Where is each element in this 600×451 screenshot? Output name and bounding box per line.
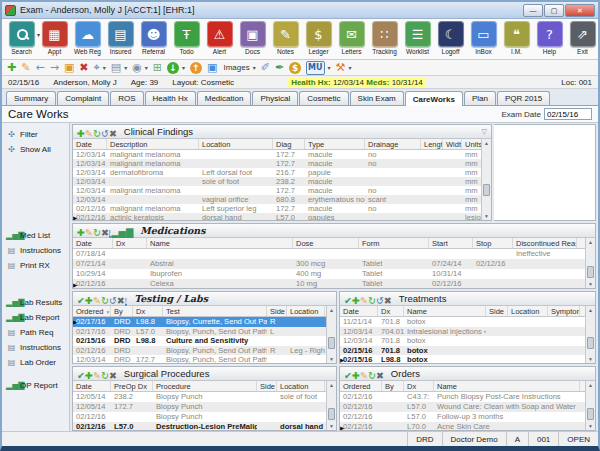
scroll-down-icon[interactable]: ▼ [482,212,491,220]
pen-icon[interactable]: ✒ [275,62,284,74]
screen-add-icon[interactable]: ⊞ [153,62,162,74]
add-icon[interactable]: ✚ [77,227,85,238]
table-row[interactable]: 02/12/16malignant melanomaLeft superior … [73,204,481,213]
table-row[interactable]: 02/15/16701.8botox [340,346,585,356]
tab-medication[interactable]: Medication [197,91,252,105]
sidebar-item-lab-order[interactable]: ▤Lab Order [6,355,69,370]
info-icon[interactable]: i [125,298,127,306]
table-row[interactable]: 12/03/14sole of foot238.2maculemm [73,177,481,186]
dropdown-caret-icon[interactable]: ▾ [182,64,185,71]
tab-ros[interactable]: ROS [110,91,143,105]
charges-dollar-icon[interactable]: $ [289,62,301,74]
column-header[interactable]: Length [421,139,443,149]
minimize-icon[interactable]: — [523,4,543,17]
dropdown-caret-icon[interactable]: ▾ [145,64,148,71]
column-header[interactable]: Form [359,238,429,248]
column-header[interactable]: Width [443,139,462,149]
sidebar-item-lab-results[interactable]: ▂▅▇Lab Results [6,295,69,310]
column-header[interactable]: Dose [293,238,359,248]
download-circle-icon[interactable]: ↓ [167,62,179,74]
table-row[interactable]: 12/03/14malignant melanoma172.7maculenom… [73,159,481,168]
dropdown-caret-icon[interactable]: ▾ [328,64,331,71]
dropdown-caret-icon[interactable]: ▾ [103,64,106,71]
column-header[interactable]: Location [277,381,325,391]
column-header[interactable]: Date [73,381,111,391]
table-row[interactable]: 02/12/16L57.0Follow-up 3 months [340,412,585,422]
print-icon[interactable]: ▤ [111,62,121,74]
scroll-down-icon[interactable]: ▼ [327,422,336,430]
scrollbar[interactable]: ▲▼ [326,381,336,430]
column-header[interactable]: Dx [133,306,163,316]
add-icon[interactable]: ✚ [85,295,93,306]
table-row[interactable]: 02/15/16L98.8botox [340,355,585,363]
table-row[interactable]: 02/12/16L57.0Destruction-Lesion PreMalig… [73,422,326,430]
column-header[interactable]: By [111,306,133,316]
table-row[interactable]: 11/21/14701.8botox [340,317,585,327]
exam-date-input[interactable] [544,108,592,120]
table-row[interactable]: 12/05/14238.2Biopsy Punchsole of foot [73,392,326,402]
search-button[interactable] [9,21,35,47]
column-header[interactable]: Start [429,238,473,248]
column-header[interactable]: Ordered▼ [73,306,111,316]
inbox-button[interactable]: ▭ [471,21,497,47]
edit-pencil-icon[interactable]: ✎ [21,62,30,74]
table-row[interactable]: 07/18/14Ineffective [73,249,585,259]
scroll-up-icon[interactable]: ▲ [327,306,336,314]
column-header[interactable]: Side [257,381,277,391]
refresh-green-icon[interactable]: ↻ [101,295,109,306]
column-header[interactable]: Procedure [153,381,257,391]
todo-button[interactable]: Ŧ [174,21,200,47]
column-header[interactable]: Date [73,238,113,248]
scroll-down-icon[interactable]: ▼ [586,355,595,363]
scroll-down-icon[interactable]: ▼ [586,280,595,288]
bar-chart-icon[interactable]: ▂▅▇ [111,227,133,238]
post-check-icon[interactable]: ✔ [77,295,85,306]
table-row[interactable]: 02/15/16DRDL98.8Culture and Sensitivity [73,336,326,346]
sidebar-item-instructions[interactable]: ▤Instructions [6,243,69,258]
post-check-icon[interactable]: ✔ [344,295,352,306]
column-header[interactable]: Location [199,139,273,149]
ledger-button[interactable]: $ [306,21,332,47]
delete-icon[interactable]: ✖ [109,128,117,139]
table-row[interactable]: 02/17/16DRDL57.0Biopsy, Punch, Send Out … [73,327,326,337]
column-header[interactable]: Test [163,306,267,316]
sidebar-item-lab-report[interactable]: ▂▅▇Lab Report [6,310,69,325]
scroll-up-icon[interactable]: ▲ [327,381,336,389]
search-lens-icon[interactable]: ⌖ [94,62,100,74]
table-row[interactable]: 07/21/14Abstral300 mcgTablet07/24/1402/1… [73,259,585,269]
tab-summary[interactable]: Summary [6,91,56,105]
tracking-button[interactable]: ∷ [372,21,398,47]
dropdown-caret-icon[interactable]: ▾ [124,64,127,71]
table-row[interactable]: 12/03/14malignant melanoma172.7maculenom… [73,186,481,195]
column-header[interactable]: Drainage [365,139,421,149]
column-header[interactable]: Diag [273,139,305,149]
scrollbar[interactable]: ▲▼ [585,306,595,363]
scroll-up-icon[interactable]: ▲ [586,306,595,314]
delete-icon[interactable]: ✖ [376,370,384,381]
scroll-down-icon[interactable]: ▼ [586,422,595,430]
scroll-up-icon[interactable]: ▲ [586,238,595,246]
table-row[interactable]: 10/29/14Ibuprofen400 mgTablet10/31/14 [73,269,585,279]
refresh-green-icon[interactable]: ↻ [101,370,109,381]
column-header[interactable]: Date [73,139,107,149]
letters-button[interactable]: ✉ [339,21,365,47]
exit-button[interactable]: ⇗ [570,21,596,47]
add-icon[interactable]: ✚ [352,370,360,381]
scroll-thumb[interactable] [587,337,594,349]
delete-icon[interactable]: ✖ [117,295,125,306]
mu-icon[interactable]: MU [306,61,324,75]
table-row[interactable]: 02/12/16actinic keratosisdorsal handL57.… [73,213,481,220]
delete-icon[interactable]: ✖ [109,370,117,381]
column-header[interactable]: Dx [113,238,147,248]
sidebar-item-path-req[interactable]: ▤Path Req [6,325,69,340]
column-header[interactable]: Ordered [340,381,382,391]
column-header[interactable]: Stop [473,238,513,248]
refresh-green-icon[interactable]: ↻ [368,370,376,381]
worklist-button[interactable]: ☰ [405,21,431,47]
add-icon[interactable]: ✚ [85,370,93,381]
table-row[interactable]: 12/03/14malignant melanoma172.7maculenom… [73,150,481,159]
tab-cosmetic[interactable]: Cosmetic [299,91,348,105]
column-header[interactable]: Type [305,139,365,149]
stamp-icon[interactable]: ✐ [261,62,270,74]
table-row[interactable]: 02/12/16L57.0Wound Care: Clean with Soap… [340,402,585,412]
